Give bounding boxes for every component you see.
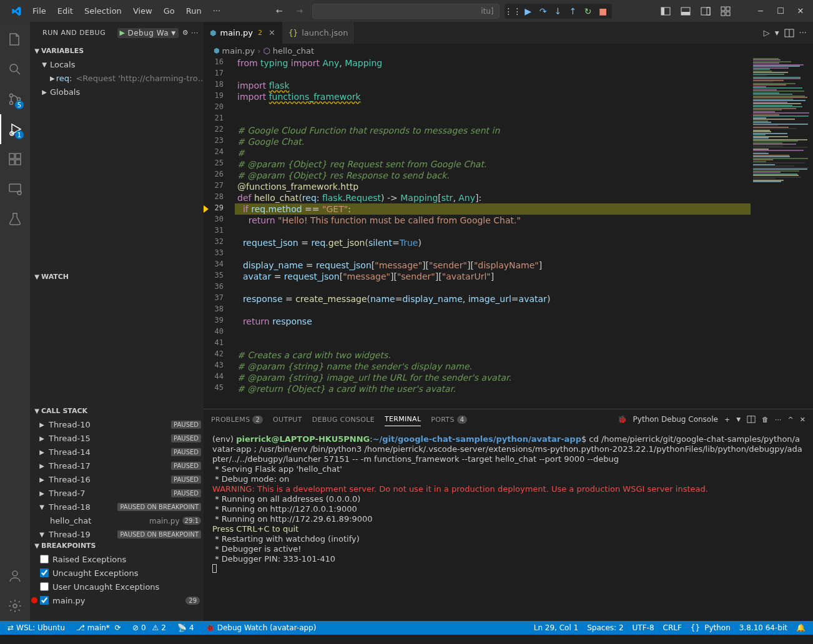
menu-more-icon[interactable]: ··· — [208, 4, 225, 18]
terminal-output[interactable]: (env) pierrick@LAPTOP-HKU5PNNG:~/git/goo… — [204, 429, 813, 621]
section-variables[interactable]: ▼VARIABLES — [30, 44, 204, 57]
activity-search-icon[interactable] — [0, 54, 30, 84]
close-panel-icon[interactable]: ✕ — [800, 416, 806, 424]
menu-file[interactable]: File — [27, 4, 51, 18]
close-icon[interactable]: ✕ — [269, 28, 275, 37]
activity-settings-icon[interactable] — [0, 591, 30, 621]
window-close-icon[interactable]: ✕ — [793, 4, 808, 19]
menu-selection[interactable]: Selection — [79, 4, 127, 18]
more-icon[interactable]: ··· — [191, 29, 199, 37]
activity-account-icon[interactable] — [0, 561, 30, 591]
menu-run[interactable]: Run — [181, 4, 207, 18]
gutter[interactable]: 1617181920212223242526272829303132333435… — [204, 57, 235, 409]
callstack-thread[interactable]: ▶Thread-14PAUSED — [30, 446, 204, 459]
bp-user-uncaught[interactable]: User Uncaught Exceptions — [30, 580, 204, 593]
tab-launch-json[interactable]: {} launch.json — [282, 22, 355, 44]
status-remote[interactable]: ⇄WSL: Ubuntu — [5, 621, 67, 635]
section-callstack[interactable]: ▼CALL STACK — [30, 404, 204, 418]
status-branch[interactable]: ⎇main*⟳ — [74, 621, 124, 635]
status-errors[interactable]: ⊘0⚠2 — [130, 621, 169, 635]
editor-body[interactable]: 1617181920212223242526272829303132333435… — [204, 57, 813, 409]
checkbox[interactable] — [40, 555, 49, 564]
section-breakpoints[interactable]: ▼BREAKPOINTS — [30, 539, 204, 552]
status-notifications-icon[interactable]: 🔔 — [794, 623, 808, 632]
ptab-problems[interactable]: PROBLEMS2 — [211, 413, 263, 426]
ptab-terminal[interactable]: TERMINAL — [385, 412, 421, 426]
layout-panel-icon[interactable] — [678, 4, 693, 19]
activity-remote-icon[interactable] — [0, 174, 30, 204]
bp-file[interactable]: main.py29 — [30, 593, 204, 607]
activity-run-debug-icon[interactable]: 1 — [0, 114, 30, 144]
callstack-frame[interactable]: hello_chatmain.py29:1 — [30, 514, 204, 528]
layout-sidebar-left-icon[interactable] — [658, 4, 673, 19]
status-interpreter[interactable]: 3.8.10 64-bit — [737, 623, 790, 632]
activity-explorer-icon[interactable] — [0, 24, 30, 54]
debug-step-out-icon[interactable]: ↑ — [567, 5, 579, 17]
new-terminal-icon[interactable]: + — [724, 416, 730, 424]
callstack-thread[interactable]: ▶Thread-7PAUSED — [30, 487, 204, 500]
maximize-panel-icon[interactable]: ^ — [788, 416, 794, 424]
locals-scope[interactable]: ▼Locals — [30, 57, 204, 71]
menu-edit[interactable]: Edit — [52, 4, 78, 18]
status-spaces[interactable]: Spaces: 2 — [584, 623, 626, 632]
status-ports[interactable]: 📡4 — [175, 621, 197, 635]
activity-scm-icon[interactable]: 5 — [0, 84, 30, 114]
command-center[interactable]: itu] — [312, 4, 500, 19]
chevron-down-icon[interactable]: ▼ — [736, 416, 741, 422]
debug-stop-icon[interactable]: ■ — [597, 5, 609, 17]
sync-icon[interactable]: ⟳ — [115, 623, 121, 632]
debug-restart-icon[interactable]: ↻ — [582, 5, 594, 17]
section-watch[interactable]: ▼WATCH — [30, 270, 204, 283]
nav-back-icon[interactable]: ← — [272, 4, 287, 19]
callstack-thread[interactable]: ▶Thread-17PAUSED — [30, 459, 204, 473]
menu-view[interactable]: View — [128, 4, 157, 18]
split-editor-icon[interactable] — [784, 28, 794, 38]
callstack-thread[interactable]: ▶Thread-16PAUSED — [30, 473, 204, 487]
more-icon[interactable]: ··· — [799, 28, 807, 37]
svg-rect-5 — [707, 7, 710, 15]
status-eol[interactable]: CRLF — [661, 623, 684, 632]
debug-step-into-icon[interactable]: ↓ — [552, 5, 564, 17]
callstack-thread[interactable]: ▼Thread-18PAUSED ON BREAKPOINT — [30, 500, 204, 514]
debug-step-over-icon[interactable]: ↷ — [537, 5, 549, 17]
window-minimize-icon[interactable]: ─ — [753, 4, 768, 19]
ptab-debug-console[interactable]: DEBUG CONSOLE — [312, 413, 375, 426]
ptab-ports[interactable]: PORTS4 — [431, 413, 467, 426]
terminal-select[interactable]: Python Debug Console — [633, 415, 718, 424]
run-config-select[interactable]: ▶ Debug Wa ▼ — [117, 28, 179, 38]
globals-scope[interactable]: ▶Globals — [30, 85, 204, 99]
tab-main-py[interactable]: ⬢ main.py 2 ✕ — [204, 22, 282, 44]
callstack-thread[interactable]: ▶Thread-15PAUSED — [30, 432, 204, 446]
status-ln-col[interactable]: Ln 29, Col 1 — [531, 623, 581, 632]
ptab-output[interactable]: OUTPUT — [273, 413, 302, 426]
chevron-down-icon[interactable]: ▼ — [775, 30, 779, 36]
code-area[interactable]: from typing import Any, Mappingimport fl… — [235, 57, 751, 409]
breakpoint-dot-icon — [31, 597, 37, 603]
status-debug[interactable]: 🐞Debug Watch (avatar-app) — [203, 621, 319, 635]
trash-icon[interactable]: 🗑 — [762, 416, 769, 424]
checkbox[interactable] — [40, 596, 49, 605]
variable-req[interactable]: ▶req:<Request 'http://charming-tro… — [30, 71, 204, 85]
debug-drag-icon[interactable]: ⋮⋮ — [507, 5, 520, 17]
window-maximize-icon[interactable]: ☐ — [773, 4, 788, 19]
layout-sidebar-right-icon[interactable] — [698, 4, 713, 19]
run-icon[interactable]: ▷ — [764, 28, 770, 37]
bp-raised[interactable]: Raised Exceptions — [30, 552, 204, 566]
status-lang[interactable]: {}Python — [688, 623, 733, 632]
bp-uncaught[interactable]: Uncaught Exceptions — [30, 566, 204, 580]
layout-customize-icon[interactable] — [718, 4, 733, 19]
more-icon[interactable]: ··· — [775, 416, 782, 424]
breadcrumb[interactable]: ⬢ main.py › ⬡ hello_chat — [204, 44, 813, 57]
checkbox[interactable] — [40, 568, 49, 577]
split-terminal-icon[interactable] — [747, 415, 756, 424]
gear-icon[interactable]: ⚙ — [182, 29, 189, 37]
checkbox[interactable] — [40, 582, 49, 591]
minimap[interactable] — [751, 57, 813, 409]
status-encoding[interactable]: UTF-8 — [630, 623, 657, 632]
callstack-thread[interactable]: ▼Thread-19PAUSED ON BREAKPOINT — [30, 528, 204, 539]
debug-continue-icon[interactable]: ▶ — [522, 5, 535, 17]
callstack-thread[interactable]: ▶Thread-10PAUSED — [30, 418, 204, 432]
activity-extensions-icon[interactable] — [0, 144, 30, 174]
activity-testing-icon[interactable] — [0, 204, 30, 234]
menu-go[interactable]: Go — [159, 4, 180, 18]
